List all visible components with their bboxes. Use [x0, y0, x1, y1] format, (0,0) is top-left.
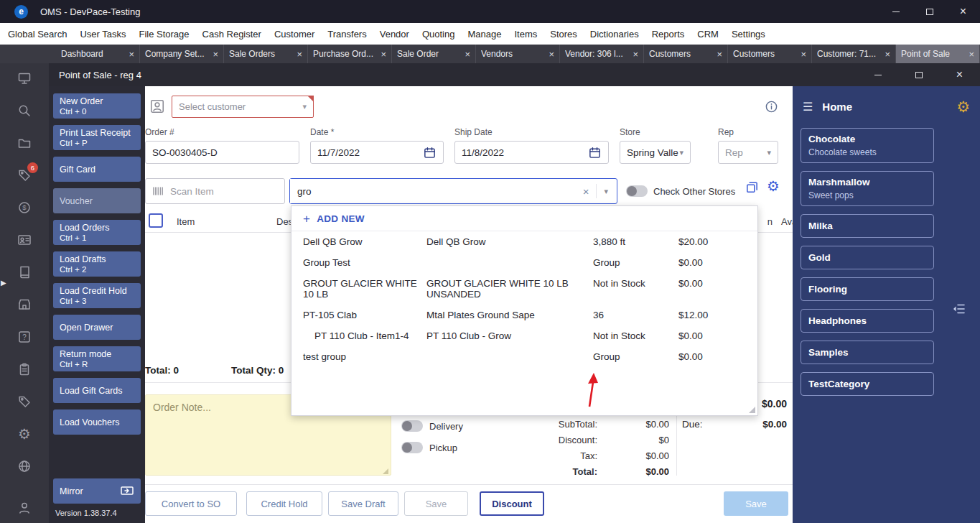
pos-minimize-button[interactable] [857, 63, 898, 86]
tab-company-settings[interactable]: Company Set...× [140, 45, 224, 63]
category-headphones[interactable]: Headphones [801, 309, 934, 333]
grid-settings-gear-icon[interactable]: ⚙ [767, 177, 780, 195]
ship-date-input[interactable]: 11/8/2022 [454, 141, 609, 164]
category-samples[interactable]: Samples [801, 341, 934, 364]
chevron-down-icon[interactable]: ▾ [596, 184, 617, 198]
catalog-icon[interactable] [17, 264, 32, 280]
tab-customers-2[interactable]: Customers× [728, 45, 812, 63]
tasks-icon[interactable] [17, 361, 32, 377]
column-header-on-hand[interactable]: n [767, 216, 773, 227]
date-input[interactable]: 11/7/2022 [310, 141, 444, 164]
mirror-button[interactable]: Mirror [53, 478, 141, 504]
load-drafts-button[interactable]: Load DraftsCtrl + 2 [53, 251, 141, 277]
tab-close-icon[interactable]: × [633, 50, 638, 59]
menu-stores[interactable]: Stores [543, 29, 584, 40]
credit-hold-button[interactable]: Credit Hold [246, 491, 322, 516]
print-last-receipt-button[interactable]: Print Last ReceiptCtrl + P [53, 125, 141, 150]
menu-file-storage[interactable]: File Storage [132, 29, 195, 40]
save-button[interactable]: Save [404, 491, 468, 516]
pos-close-button[interactable]: × [939, 63, 980, 86]
user-icon[interactable] [17, 500, 32, 516]
select-all-checkbox[interactable] [149, 213, 163, 228]
tab-close-icon[interactable]: × [549, 50, 554, 59]
search-result-row[interactable]: Group Test Group $0.00 [291, 252, 757, 273]
tab-close-icon[interactable]: × [381, 50, 386, 59]
voucher-button[interactable]: Voucher [53, 188, 141, 213]
tab-sale-order[interactable]: Sale Order× [392, 45, 476, 63]
menu-crm[interactable]: CRM [691, 29, 725, 40]
category-milka[interactable]: Milka [801, 214, 934, 238]
close-button[interactable]: × [946, 0, 980, 23]
delivery-toggle[interactable] [401, 420, 423, 432]
add-new-item-button[interactable]: + ADD NEW [291, 206, 757, 231]
item-search-input[interactable] [290, 179, 576, 203]
web-icon[interactable] [17, 458, 32, 474]
convert-to-so-button[interactable]: Convert to SO [145, 491, 237, 516]
scan-item-input[interactable] [145, 178, 285, 204]
menu-global-search[interactable]: Global Search [1, 29, 73, 40]
category-marshmallow[interactable]: MarshmallowSweet pops [801, 171, 934, 206]
rep-select[interactable]: Rep ▾ [718, 141, 778, 164]
store-select[interactable]: Spring Valle ▾ [620, 141, 691, 164]
calendar-icon[interactable] [588, 146, 602, 159]
load-orders-button[interactable]: Load OrdersCtrl + 1 [53, 220, 141, 245]
tab-close-icon[interactable]: × [801, 50, 806, 59]
dashboard-icon[interactable] [17, 70, 32, 86]
search-result-row[interactable]: Dell QB Grow Dell QB Grow 3,880 ft $20.0… [291, 231, 757, 252]
return-mode-button[interactable]: Return modeCtrl + R [53, 346, 141, 371]
tab-purchase-orders[interactable]: Purchase Ord...× [308, 45, 392, 63]
tag-icon[interactable] [17, 394, 32, 409]
minimize-button[interactable] [879, 0, 913, 23]
category-testcategory[interactable]: TestCategory [801, 372, 934, 396]
files-icon[interactable] [17, 135, 32, 151]
tab-point-of-sale[interactable]: Point of Sale× [896, 45, 980, 63]
menu-transfers[interactable]: Transfers [321, 29, 373, 40]
tab-sale-orders[interactable]: Sale Orders× [224, 45, 308, 63]
search-result-row[interactable]: test group Group $0.00 [291, 346, 757, 367]
menu-dictionaries[interactable]: Dictionaries [584, 29, 645, 40]
order-number-input[interactable] [145, 141, 299, 164]
tab-close-icon[interactable]: × [213, 50, 218, 59]
save-draft-button[interactable]: Save Draft [328, 491, 398, 516]
labels-icon[interactable]: 6 [17, 167, 32, 183]
menu-manage[interactable]: Manage [461, 29, 508, 40]
category-flooring[interactable]: Flooring [801, 277, 934, 301]
menu-user-tasks[interactable]: User Tasks [73, 29, 132, 40]
menu-reports[interactable]: Reports [645, 29, 691, 40]
tab-close-icon[interactable]: × [297, 50, 302, 59]
settings-icon[interactable]: ⚙ [17, 426, 32, 442]
other-stores-window-icon[interactable] [745, 180, 759, 194]
save-primary-button[interactable]: Save [724, 491, 788, 516]
menu-customer[interactable]: Customer [268, 29, 321, 40]
info-icon[interactable] [765, 100, 778, 114]
tab-close-icon[interactable]: × [465, 50, 470, 59]
load-credit-hold-button[interactable]: Load Credit HoldCtrl + 3 [53, 283, 141, 308]
help-icon[interactable]: ? [17, 329, 32, 345]
menu-vendor[interactable]: Vendor [373, 29, 416, 40]
tab-close-icon[interactable]: × [717, 50, 722, 59]
clear-search-icon[interactable]: × [576, 185, 597, 198]
pickup-toggle[interactable] [401, 442, 423, 453]
load-gift-cards-button[interactable]: Load Gift Cards [53, 378, 141, 403]
search-result-row[interactable]: PT 110 Club - Item1-4 PT 110 Club - Grow… [291, 325, 757, 346]
payments-icon[interactable]: $ [17, 200, 32, 216]
menu-settings[interactable]: Settings [725, 29, 772, 40]
column-header-available[interactable]: Avail [781, 216, 793, 227]
category-settings-gear-icon[interactable]: ⚙ [956, 99, 970, 114]
column-header-item[interactable]: Item [177, 216, 195, 227]
maximize-button[interactable] [913, 0, 946, 23]
store-icon[interactable] [17, 297, 32, 313]
tab-customers-1[interactable]: Customers× [644, 45, 728, 63]
search-result-row[interactable]: GROUT GLACIER WHITE 10 LB GROUT GLACIER … [291, 273, 757, 305]
open-drawer-button[interactable]: Open Drawer [53, 315, 141, 340]
contacts-icon[interactable] [17, 232, 32, 248]
tab-dashboard[interactable]: Dashboard× [56, 45, 140, 63]
search-icon[interactable] [17, 103, 32, 119]
resize-grip-icon[interactable] [749, 407, 755, 413]
tab-customer-71[interactable]: Customer: 71...× [812, 45, 896, 63]
load-vouchers-button[interactable]: Load Vouchers [53, 409, 141, 435]
pos-maximize-button[interactable] [898, 63, 939, 86]
new-order-button[interactable]: New OrderCtrl + 0 [53, 93, 141, 119]
category-gold[interactable]: Gold [801, 246, 934, 269]
tab-vendors[interactable]: Vendors× [476, 45, 560, 63]
